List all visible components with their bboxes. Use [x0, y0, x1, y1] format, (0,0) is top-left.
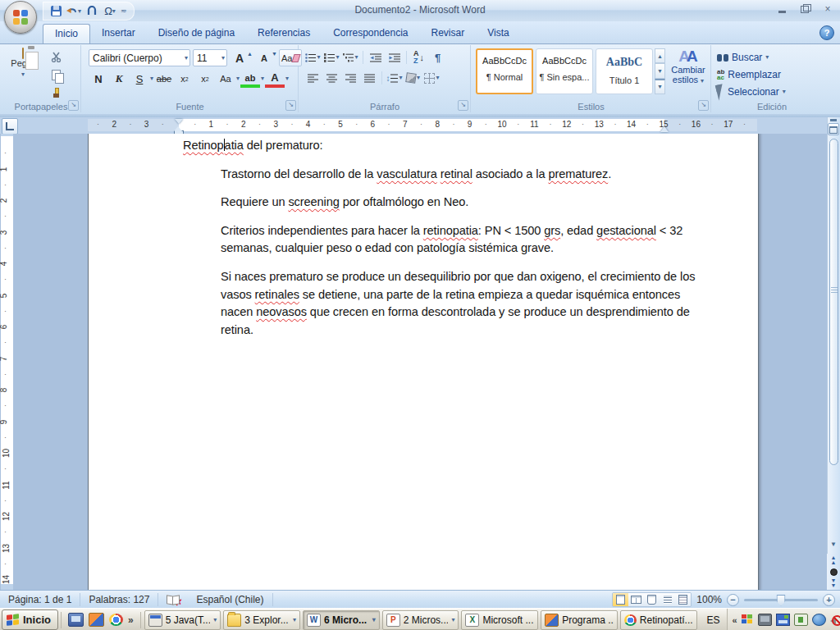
change-case-dropdown-icon[interactable]: ▾	[236, 75, 240, 82]
style-card-t-tulo-1[interactable]: AaBbCTítulo 1	[596, 48, 653, 94]
bullets-dropdown-icon[interactable]: ▾	[317, 54, 320, 61]
status-words[interactable]: Palabras: 127	[80, 593, 158, 606]
decrease-indent-button[interactable]	[367, 50, 384, 66]
tab-referencias[interactable]: Referencias	[246, 24, 322, 43]
taskbar-group-dropdown-icon[interactable]: ▾	[213, 617, 217, 623]
numbering-dropdown-icon[interactable]: ▾	[336, 54, 339, 61]
scrollbar-thumb[interactable]	[829, 139, 838, 465]
select-dropdown-icon[interactable]: ▾	[783, 89, 786, 95]
bullets-button[interactable]: ▾	[304, 50, 322, 66]
multilevel-list-button[interactable]: ▾	[342, 50, 359, 66]
borders-dropdown-icon[interactable]: ▾	[436, 75, 439, 81]
format-painter-button[interactable]	[47, 85, 65, 100]
styles-more-icon[interactable]: ▼	[655, 79, 665, 94]
tab-insertar[interactable]: Insertar	[90, 24, 147, 43]
tab-revisar[interactable]: Revisar	[420, 24, 477, 43]
volume-muted-icon[interactable]	[830, 614, 840, 625]
tab-correspondencia[interactable]: Correspondencia	[322, 24, 419, 43]
start-button[interactable]: Inicio	[2, 609, 58, 630]
multilevel-dropdown-icon[interactable]: ▾	[354, 54, 358, 61]
select-button[interactable]: Seleccionar ▾	[717, 84, 786, 99]
shading-dropdown-icon[interactable]: ▾	[417, 75, 420, 81]
subscript-button[interactable]: x2	[175, 71, 194, 87]
sort-button[interactable]: AZ ↓	[410, 50, 427, 66]
change-case-button[interactable]: Aa	[216, 71, 235, 87]
shading-button[interactable]: ▾	[404, 71, 422, 86]
print-layout-view-button[interactable]	[613, 593, 628, 606]
scroll-down-icon[interactable]: ▼	[829, 539, 838, 549]
paragraph-dialog-launcher[interactable]: ↘	[458, 100, 468, 111]
taskbar-button-java[interactable]: 5 Java(T...▾	[144, 610, 221, 630]
network-tray-icon[interactable]	[812, 614, 826, 626]
zoom-slider[interactable]	[744, 599, 818, 601]
restore-button[interactable]	[797, 3, 812, 15]
highlight-button[interactable]: ab	[240, 70, 260, 88]
display-tray-icon[interactable]	[758, 614, 772, 626]
tab-inicio[interactable]: Inicio	[43, 24, 90, 43]
styles-dialog-launcher[interactable]: ↘	[698, 100, 709, 111]
status-language[interactable]: Español (Chile)	[188, 593, 272, 606]
justify-button[interactable]	[361, 71, 378, 86]
paste-dropdown-icon[interactable]: ▾	[21, 71, 25, 78]
font-dialog-launcher[interactable]: ↘	[285, 100, 296, 111]
draft-view-button[interactable]	[675, 593, 691, 606]
taskbar-button-excel[interactable]: XMicrosoft ...	[461, 610, 538, 630]
show-desktop-icon[interactable]	[68, 613, 84, 627]
split-handle[interactable]	[830, 119, 837, 121]
cut-button[interactable]	[47, 49, 65, 64]
taskbar-group-dropdown-icon[interactable]: ▾	[372, 617, 376, 623]
taskbar-button-folder[interactable]: 3 Explor...▾	[223, 610, 300, 630]
align-right-button[interactable]	[342, 71, 359, 86]
outline-view-button[interactable]	[660, 593, 675, 606]
change-styles-button[interactable]: AA Cambiar estilos ▾	[669, 48, 708, 84]
vertical-ruler[interactable]: ·1·2·3·4·5·6·7·8·9·10·11·12·13·14	[1, 134, 13, 590]
zoom-out-button[interactable]: −	[727, 594, 739, 606]
font-color-dropdown-icon[interactable]: ▾	[285, 75, 289, 82]
minimize-button[interactable]	[774, 3, 789, 15]
shrink-font-button[interactable]: A▼	[254, 50, 276, 66]
line-spacing-dropdown-icon[interactable]: ▾	[399, 75, 402, 81]
tab-dise-o-de-p-gina[interactable]: Diseño de página	[147, 24, 246, 43]
zoom-level[interactable]: 100%	[696, 594, 722, 605]
replace-button[interactable]: abac Reemplazar	[717, 67, 781, 82]
align-center-button[interactable]	[323, 71, 340, 86]
taskbar-button-program[interactable]: Programa ...	[541, 610, 618, 630]
lan-tray-icon[interactable]	[776, 614, 790, 626]
style-card--normal[interactable]: AaBbCcDc¶ Normal	[476, 48, 533, 94]
borders-button[interactable]: ▾	[423, 71, 441, 86]
quick-launch-app-icon[interactable]	[89, 613, 104, 627]
office-button[interactable]	[4, 1, 37, 34]
bold-button[interactable]: N	[89, 71, 108, 87]
language-indicator[interactable]: ES	[701, 614, 727, 626]
change-styles-dropdown-icon[interactable]: ▾	[701, 77, 704, 84]
numbering-button[interactable]: ▾	[323, 50, 340, 66]
font-family-combo[interactable]: Calibri (Cuerpo)▾	[89, 49, 190, 66]
highlight-dropdown-icon[interactable]: ▾	[261, 75, 264, 82]
quick-launch-overflow-icon[interactable]: »	[128, 614, 134, 626]
paste-button[interactable]: Pegar ▾	[6, 48, 40, 103]
styles-scroll-down-icon[interactable]: ▼	[655, 63, 665, 78]
messenger-tray-icon[interactable]	[742, 614, 754, 625]
taskbar-button-word[interactable]: W6 Micro...▾	[303, 610, 380, 630]
document-text[interactable]: Retinopatia del prematuro:Trastorno del …	[183, 137, 675, 349]
increase-indent-button[interactable]	[386, 50, 403, 66]
font-size-dropdown-icon[interactable]: ▾	[221, 55, 225, 62]
power-tray-icon[interactable]	[794, 614, 808, 626]
fullscreen-reading-view-button[interactable]	[628, 593, 644, 606]
help-button[interactable]: ?	[819, 25, 834, 40]
horizontal-ruler[interactable]: ·2·3··1·2·3·4·5·6·7·8·9·10·11·12·13·14·1…	[88, 119, 757, 131]
zoom-in-button[interactable]: +	[823, 594, 835, 606]
status-proofing[interactable]: ✗	[158, 593, 188, 606]
zoom-slider-thumb[interactable]	[777, 595, 786, 606]
underline-dropdown-icon[interactable]: ▾	[150, 75, 153, 82]
taskbar-group-dropdown-icon[interactable]: ▾	[293, 617, 296, 623]
next-page-button[interactable]: ▼▼	[831, 578, 837, 588]
strikethrough-button[interactable]: abe	[154, 71, 174, 87]
style-card--sin-espa-[interactable]: AaBbCcDc¶ Sin espa...	[536, 48, 593, 94]
superscript-button[interactable]: x2	[195, 71, 215, 87]
status-page[interactable]: Página: 1 de 1	[0, 593, 80, 606]
underline-button[interactable]: S	[130, 71, 149, 87]
close-button[interactable]: ×	[820, 3, 835, 15]
italic-button[interactable]: K	[109, 71, 129, 87]
first-line-indent-marker[interactable]	[175, 119, 183, 124]
